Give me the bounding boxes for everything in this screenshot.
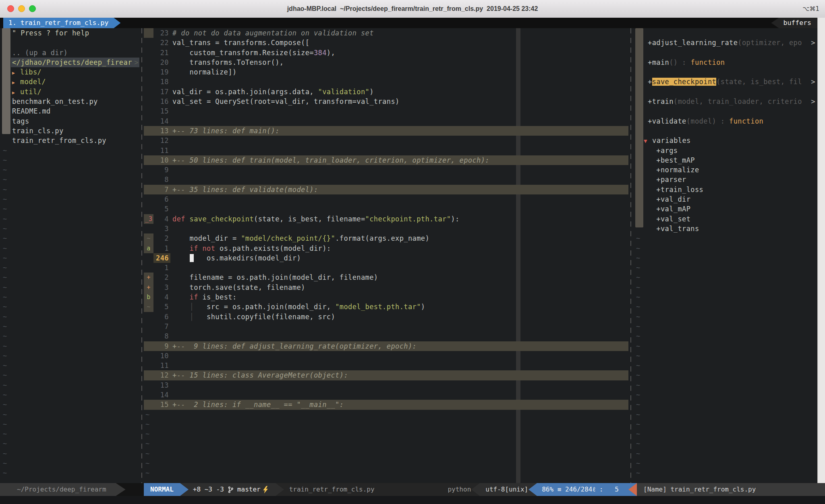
nerdtree-scrollbar-thumb[interactable]	[2, 28, 10, 134]
gutter-sign: +	[144, 273, 153, 282]
tag-entry[interactable]: +main() : function	[634, 58, 818, 67]
close-button[interactable]	[7, 5, 14, 12]
window-separator[interactable]	[141, 28, 142, 483]
code-line[interactable]: 21 custom_transform.Resize(size=384),	[144, 48, 628, 58]
empty-line-tilde: ~	[144, 459, 628, 468]
tag-entry[interactable]: +train(model, train_loader, criterio>	[634, 97, 818, 106]
nerdtree-path: ~/Projects/deep_firearm	[0, 483, 116, 496]
tree-item[interactable]: benchmark_on_test.py	[0, 97, 139, 106]
code-line[interactable]: 1	[144, 263, 628, 273]
code-line[interactable]: 19 normalize])	[144, 67, 628, 77]
code-line[interactable]: 7	[144, 322, 628, 331]
code-line[interactable]: 15	[144, 106, 628, 116]
code-line[interactable]: 5	[144, 204, 628, 214]
sign-column	[144, 185, 153, 194]
code-line[interactable]: 6	[144, 194, 628, 204]
code-line[interactable]: 6 │ shutil.copyfile(filename, src)	[144, 312, 628, 322]
line-number: 1	[153, 244, 169, 253]
code-line[interactable]: 12	[144, 136, 628, 145]
code-line[interactable]: _34def save_checkpoint(state, is_best, f…	[144, 214, 628, 224]
tag-entry[interactable]: +val_mAP	[634, 204, 818, 214]
nerdtree-panel[interactable]: " Press ? for help.. (up a dir)</jdhao/P…	[0, 28, 139, 483]
dir-expand-icon: ▶	[12, 88, 20, 97]
empty-line-tilde: ~	[634, 292, 818, 302]
tree-item[interactable]: ▶libs/	[0, 67, 139, 77]
fold-line[interactable]: 15+-- 2 lines: if __name__ == "__main__"…	[144, 400, 628, 409]
code-line[interactable]: 246 os.makedirs(model_dir)	[144, 253, 628, 263]
tree-item[interactable]: README.md	[0, 106, 139, 116]
window-separator[interactable]	[630, 28, 631, 483]
traffic-lights	[7, 5, 36, 12]
tree-item[interactable]	[0, 38, 139, 48]
code-line[interactable]: 8	[144, 175, 628, 184]
tree-item[interactable]: ▶util/	[0, 87, 139, 97]
empty-line-tilde: ~	[144, 410, 628, 419]
fold-line[interactable]: 13+-- 73 lines: def main():	[144, 126, 628, 136]
code-line[interactable]: 13	[144, 380, 628, 390]
tree-item[interactable]: train_cls.py	[0, 126, 139, 136]
tab-active[interactable]: 1. train_retr_from_cls.py	[3, 18, 120, 28]
code-line[interactable]: +2 filename = os.path.join(model_dir, fi…	[144, 273, 628, 282]
code-line[interactable]: ~2 model_dir = "model/check_point/{}".fo…	[144, 233, 628, 243]
sign-column	[144, 341, 153, 351]
code-line[interactable]: 10	[144, 351, 628, 361]
code-line[interactable]: 22val_trans = transforms.Compose([	[144, 38, 628, 48]
tag-entry[interactable]: +normalize	[634, 165, 818, 175]
code-line[interactable]: 3	[144, 224, 628, 233]
code-line[interactable]: 11	[144, 146, 628, 155]
code-line[interactable]: ~5 │ src = os.path.join(model_dir, "mode…	[144, 302, 628, 312]
tag-entry[interactable]: +args	[634, 146, 818, 155]
tag-entry[interactable]: +validate(model) : function	[634, 116, 818, 126]
command-line[interactable]	[0, 496, 825, 504]
tree-item-label: util/	[20, 88, 41, 96]
tree-item[interactable]: tags	[0, 116, 139, 126]
empty-line-tilde: ~	[634, 459, 818, 468]
tag-entry[interactable]: +parser	[634, 175, 818, 184]
fold-line[interactable]: 10+-- 50 lines: def train(model, train_l…	[144, 155, 628, 165]
code-editor[interactable]: 23# do not do data augmentation on valid…	[144, 28, 628, 483]
code-line[interactable]: 17val_dir = os.path.join(args.data, "val…	[144, 87, 628, 97]
code-line[interactable]: +3 torch.save(state, filename)	[144, 283, 628, 292]
sign-column	[144, 146, 153, 155]
fold-line[interactable]: 7+-- 35 lines: def validate(model):	[144, 185, 628, 194]
nerdtree-statusline: ~/Projects/deep_firearm	[0, 483, 139, 496]
tag-entry[interactable]: +train_loss	[634, 185, 818, 194]
tree-item[interactable]: ▶model/	[0, 77, 139, 87]
code-line[interactable]: 14	[144, 390, 628, 400]
code-line[interactable]: a1 if not os.path.exists(model_dir):	[144, 244, 628, 253]
code-line[interactable]: 18	[144, 77, 628, 87]
code-line[interactable]: 14	[144, 116, 628, 126]
tag-entry[interactable]: +adjust_learning_rate(optimizer, epo>	[634, 38, 818, 48]
code-line[interactable]: 23# do not do data augmentation on valid…	[144, 28, 628, 38]
tagbar-panel[interactable]: +adjust_learning_rate(optimizer, epo>+ma…	[634, 28, 818, 483]
code-line[interactable]: 11	[144, 361, 628, 370]
code-line[interactable]: 8	[144, 331, 628, 341]
empty-line-tilde: ~	[0, 322, 139, 331]
fold-line[interactable]: 12+-- 15 lines: class AverageMeter(objec…	[144, 370, 628, 380]
fold-line[interactable]: 9+-- 9 lines: def adjust_learning_rate(o…	[144, 341, 628, 351]
code-line[interactable]: 9	[144, 165, 628, 175]
empty-line-tilde: ~	[634, 380, 818, 390]
code-line[interactable]: 16val_set = QuerySet(root=val_dir, trans…	[144, 97, 628, 106]
tree-item[interactable]: train_retr_from_cls.py	[0, 136, 139, 145]
titlebar: jdhao-MBP.local ~/Projects/deep_firearm/…	[0, 0, 825, 18]
tag-entry[interactable]: +best_mAP	[634, 155, 818, 165]
line-number: 2	[153, 273, 169, 282]
code-line[interactable]: b4 if is_best:	[144, 292, 628, 302]
tree-item[interactable]: .. (up a dir)	[0, 48, 139, 58]
tag-entry[interactable]: +val_dir	[634, 194, 818, 204]
tag-entry[interactable]: +save_checkpoint(state, is_best, fil>	[634, 77, 818, 87]
line-number: 11	[153, 361, 169, 370]
sign-column	[144, 224, 153, 233]
line-text	[169, 194, 628, 204]
tree-root-item[interactable]: </jdhao/Projects/deep_firear>	[0, 58, 139, 67]
minimize-button[interactable]	[18, 5, 25, 12]
editor-scrollbar-track[interactable]	[817, 18, 825, 504]
tag-kind-header[interactable]: ▼variables	[634, 136, 818, 145]
zoom-button[interactable]	[29, 5, 36, 12]
tree-item[interactable]: " Press ? for help	[0, 28, 139, 38]
tag-entry[interactable]: +val_trans	[634, 224, 818, 233]
tagbar-scrollbar-thumb[interactable]	[635, 28, 643, 227]
code-line[interactable]: 20 transforms.ToTensor(),	[144, 58, 628, 67]
tag-entry[interactable]: +val_set	[634, 214, 818, 224]
